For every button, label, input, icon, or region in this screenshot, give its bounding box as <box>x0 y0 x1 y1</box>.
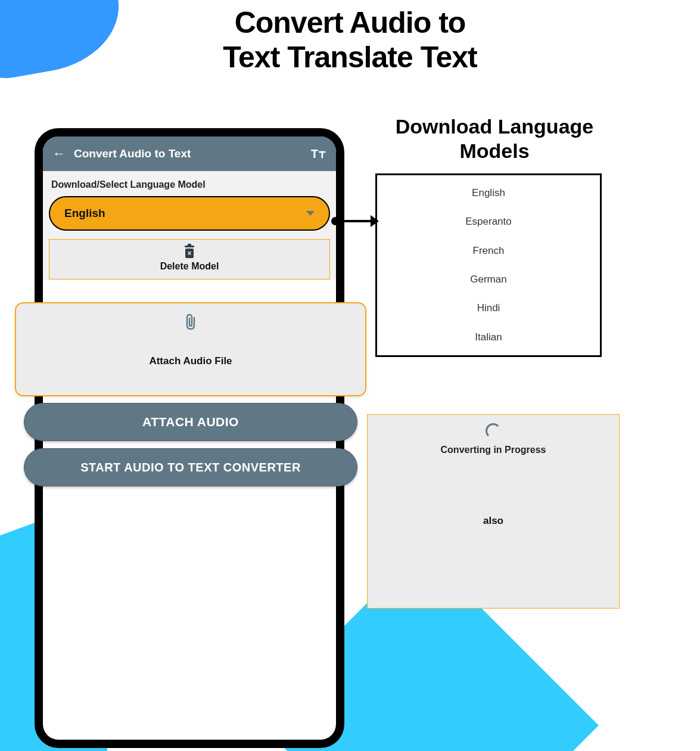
language-models-box: English Esperanto French German Hindi It… <box>375 173 602 357</box>
language-dropdown[interactable]: English <box>49 196 330 231</box>
delete-model-label: Delete Model <box>160 261 219 272</box>
section-label: Download/Select Language Model <box>51 179 330 190</box>
page-title-line: Convert Audio to <box>235 6 466 39</box>
screen-title: Convert Audio to Text <box>74 147 311 160</box>
chevron-down-icon <box>306 211 315 216</box>
trash-icon <box>183 246 195 259</box>
attach-file-label: Attach Audio File <box>149 355 232 367</box>
back-icon[interactable]: ← <box>52 146 66 162</box>
app-header: ← Convert Audio to Text Tᴛ <box>43 136 336 171</box>
page-title-line: Text Translate Text <box>223 41 477 74</box>
screen-body: Download/Select Language Model English D… <box>43 171 336 280</box>
page-title: Convert Audio to Text Translate Text <box>0 6 700 75</box>
selected-language: English <box>64 207 105 220</box>
attach-audio-button[interactable]: ATTACH AUDIO <box>24 403 357 441</box>
button-label: START AUDIO TO TEXT CONVERTER <box>80 461 301 474</box>
button-label: ATTACH AUDIO <box>142 415 239 429</box>
language-option[interactable]: Hindi <box>377 302 600 314</box>
language-option[interactable]: Esperanto <box>377 216 600 228</box>
progress-status: Converting in Progress <box>441 445 546 455</box>
text-size-icon[interactable]: Tᴛ <box>311 147 326 161</box>
start-converter-button[interactable]: START AUDIO TO TEXT CONVERTER <box>24 448 357 486</box>
spinner-icon <box>486 423 501 439</box>
models-title: Download Language Models <box>375 114 614 163</box>
delete-model-button[interactable]: Delete Model <box>49 239 330 280</box>
models-title-line: Download Language <box>396 115 593 138</box>
converting-progress-box: Converting in Progress also <box>367 414 620 609</box>
language-option[interactable]: French <box>377 245 600 257</box>
models-title-line: Models <box>459 139 529 162</box>
progress-result-text: also <box>483 515 503 527</box>
language-option[interactable]: English <box>377 187 600 199</box>
language-option[interactable]: German <box>377 274 600 285</box>
paperclip-icon <box>183 313 198 335</box>
language-option[interactable]: Italian <box>377 331 600 343</box>
attach-file-card[interactable]: Attach Audio File <box>15 302 366 396</box>
arrow-connector <box>331 213 378 229</box>
